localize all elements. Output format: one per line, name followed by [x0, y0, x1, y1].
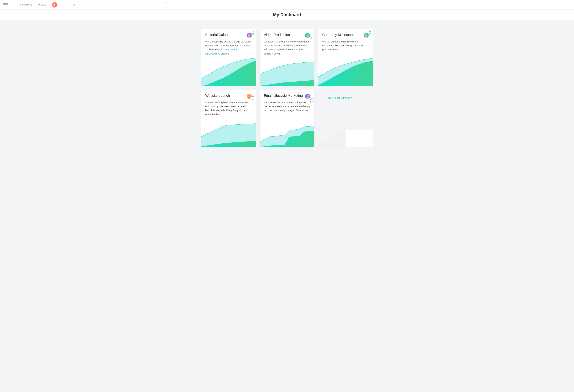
card-title: Video Production: [264, 33, 290, 37]
card-title: Editorial Calendar: [205, 33, 233, 37]
metric-top: 81: [252, 95, 254, 98]
metric-bottom: 35: [369, 33, 371, 35]
metric-top: 10: [310, 98, 313, 100]
ghost-chart: [318, 119, 373, 147]
avatar[interactable]: [364, 33, 369, 38]
svg-point-11: [307, 95, 309, 97]
project-card[interactable]: Company Milestones We are on track to hi…: [318, 29, 373, 86]
card-body: We successfully posted 2 blogs per week!…: [201, 38, 256, 56]
metric-top: 17: [310, 33, 313, 36]
titlebar: My Dashoard: [0, 10, 574, 20]
card-title: Website Launch: [205, 94, 230, 98]
avatar[interactable]: [246, 33, 252, 38]
metric-bottom: 37: [252, 33, 254, 35]
project-card[interactable]: Website Launch We are pushing back the l…: [201, 90, 256, 147]
project-card[interactable]: Email Lifecycle Marketing We are working…: [260, 90, 314, 147]
metric-bottom: 25: [310, 37, 313, 39]
project-card[interactable]: Editorial Calendar We successfully poste…: [201, 29, 256, 86]
topbar: MY TASKS INBOX +: [0, 0, 574, 10]
card-body: We are pushing back the launch again. Bu…: [201, 99, 256, 117]
avatar[interactable]: [305, 33, 310, 38]
search-field[interactable]: [70, 2, 168, 8]
mini-chart: [201, 56, 256, 86]
metric-top: 32: [369, 30, 371, 32]
metric-bottom: 22: [252, 98, 254, 101]
mini-chart: [260, 56, 314, 86]
search-input[interactable]: [77, 3, 165, 6]
mini-chart: [318, 56, 373, 86]
card-title: Company Milestones: [322, 33, 354, 37]
metric-bottom: 27: [310, 101, 313, 103]
page-title: My Dashoard: [273, 12, 301, 17]
project-card[interactable]: Video Production We got some great inter…: [260, 29, 314, 86]
add-button[interactable]: +: [52, 2, 57, 7]
search-icon: [72, 3, 75, 6]
card-body: We are working with Sales to fine tune t…: [260, 99, 314, 113]
svg-point-9: [248, 95, 250, 97]
card-body: We are on track to hit 85% of our compan…: [318, 38, 373, 52]
metric-top: 7: [253, 30, 254, 32]
add-project-label[interactable]: + Add Project Summary: [325, 96, 352, 99]
card-title: Email Lifecycle Marketing: [264, 94, 303, 98]
avatar[interactable]: [305, 94, 310, 99]
nav-my-tasks[interactable]: MY TASKS: [20, 3, 33, 6]
hamburger-menu-icon[interactable]: [3, 2, 8, 7]
svg-point-7: [365, 34, 367, 36]
nav-links: MY TASKS INBOX: [20, 3, 46, 6]
dashboard-grid: Editorial Calendar We successfully poste…: [0, 20, 574, 157]
mini-chart: [260, 117, 314, 147]
plus-icon: +: [54, 3, 56, 6]
svg-rect-12: [346, 130, 373, 147]
mini-chart: [201, 117, 256, 147]
svg-point-3: [248, 34, 250, 36]
svg-point-5: [307, 34, 309, 36]
card-body: We got some great interviews with client…: [260, 38, 314, 56]
nav-inbox[interactable]: INBOX: [38, 3, 46, 6]
add-project-card[interactable]: + Add Project Summary: [318, 90, 373, 147]
svg-line-1: [74, 5, 75, 6]
svg-point-0: [73, 4, 74, 5]
avatar[interactable]: [246, 94, 252, 99]
